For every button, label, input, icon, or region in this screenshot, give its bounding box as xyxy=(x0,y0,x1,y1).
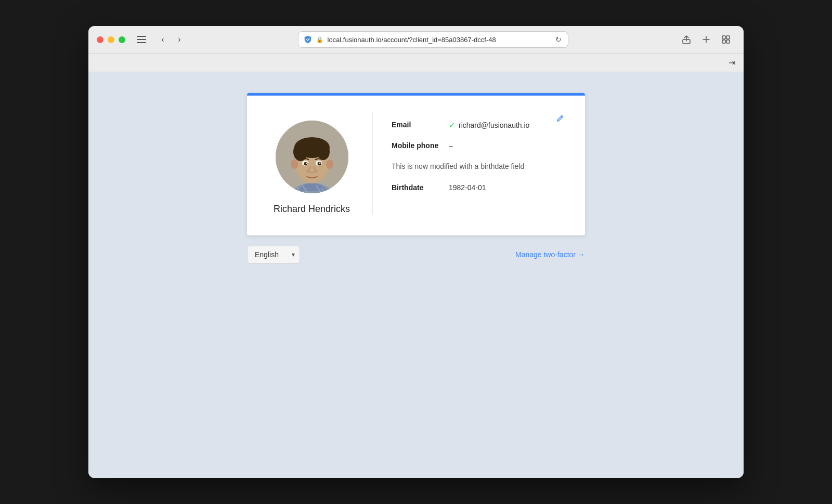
svg-rect-0 xyxy=(137,36,146,37)
bottom-bar: English Español Français Deutsch ▾ Manag… xyxy=(247,246,585,263)
nav-buttons: ‹ › xyxy=(155,32,187,47)
address-bar-wrapper: 🔒 local.fusionauth.io/account/?client_id… xyxy=(193,31,673,48)
arrow-right-icon: → xyxy=(578,250,585,259)
svg-point-25 xyxy=(319,163,320,164)
user-name: Richard Hendricks xyxy=(274,204,350,215)
back-button[interactable]: ‹ xyxy=(155,32,170,47)
traffic-lights xyxy=(97,36,125,43)
svg-rect-1 xyxy=(137,39,146,40)
lock-icon: 🔒 xyxy=(316,36,323,43)
page-content: Richard Hendricks Email ✓ xyxy=(88,72,744,478)
email-value: ✓ richard@fusionauth.io xyxy=(449,121,529,130)
reload-button[interactable]: ↻ xyxy=(554,34,563,45)
url-text: local.fusionauth.io/account/?client_id=8… xyxy=(328,36,550,44)
svg-rect-8 xyxy=(722,40,725,43)
birthdate-row: Birthdate 1982-04-01 xyxy=(392,183,568,192)
mobile-phone-value: – xyxy=(449,141,453,150)
svg-point-22 xyxy=(304,162,307,166)
card-right: Email ✓ richard@fusionauth.io Mobile pho… xyxy=(373,112,568,215)
sidebar-toggle-icon[interactable] xyxy=(136,34,147,45)
svg-point-17 xyxy=(297,138,327,153)
manage-two-factor-link[interactable]: Manage two-factor → xyxy=(515,250,585,259)
svg-point-19 xyxy=(326,160,333,169)
profile-card: Richard Hendricks Email ✓ xyxy=(247,93,585,235)
svg-point-23 xyxy=(317,162,321,166)
tab-overview-button[interactable] xyxy=(719,32,733,47)
browser-titlebar: ‹ › 🔒 local.fusionauth.io/account/?clien… xyxy=(88,26,744,53)
email-label: Email xyxy=(392,121,449,129)
close-button[interactable] xyxy=(97,36,103,43)
svg-rect-9 xyxy=(726,40,730,43)
minimize-button[interactable] xyxy=(108,36,114,43)
shield-icon xyxy=(304,35,312,44)
profile-note: This is now modified with a birthdate fi… xyxy=(392,161,568,172)
mobile-phone-label: Mobile phone xyxy=(392,141,449,150)
maximize-button[interactable] xyxy=(119,36,125,43)
extension-icon[interactable]: ⇥ xyxy=(729,58,735,68)
language-select[interactable]: English Español Français Deutsch xyxy=(247,246,300,263)
svg-rect-6 xyxy=(722,36,725,39)
manage-two-factor-label: Manage two-factor xyxy=(515,250,576,259)
browser-window: ‹ › 🔒 local.fusionauth.io/account/?clien… xyxy=(88,26,744,478)
svg-point-24 xyxy=(305,163,306,164)
browser-chrome: ‹ › 🔒 local.fusionauth.io/account/?clien… xyxy=(88,26,744,72)
edit-button[interactable] xyxy=(552,112,568,127)
card-left: Richard Hendricks xyxy=(264,112,373,215)
share-button[interactable] xyxy=(679,32,694,47)
browser-toolbar-secondary: ⇥ xyxy=(88,53,744,72)
mobile-phone-row: Mobile phone – xyxy=(392,141,568,150)
birthdate-label: Birthdate xyxy=(392,183,449,192)
card-body: Richard Hendricks Email ✓ xyxy=(247,96,585,235)
address-bar[interactable]: 🔒 local.fusionauth.io/account/?client_id… xyxy=(298,31,568,48)
language-select-wrapper: English Español Français Deutsch ▾ xyxy=(247,246,300,263)
svg-rect-7 xyxy=(726,36,730,39)
email-row: Email ✓ richard@fusionauth.io xyxy=(392,121,568,130)
email-address: richard@fusionauth.io xyxy=(459,121,529,129)
email-verified-icon: ✓ xyxy=(449,121,456,130)
browser-actions xyxy=(679,32,735,47)
svg-rect-2 xyxy=(137,42,146,43)
avatar xyxy=(276,121,348,193)
forward-button[interactable]: › xyxy=(172,32,187,47)
svg-point-18 xyxy=(291,160,298,169)
birthdate-value: 1982-04-01 xyxy=(449,183,486,192)
new-tab-button[interactable] xyxy=(699,32,713,47)
